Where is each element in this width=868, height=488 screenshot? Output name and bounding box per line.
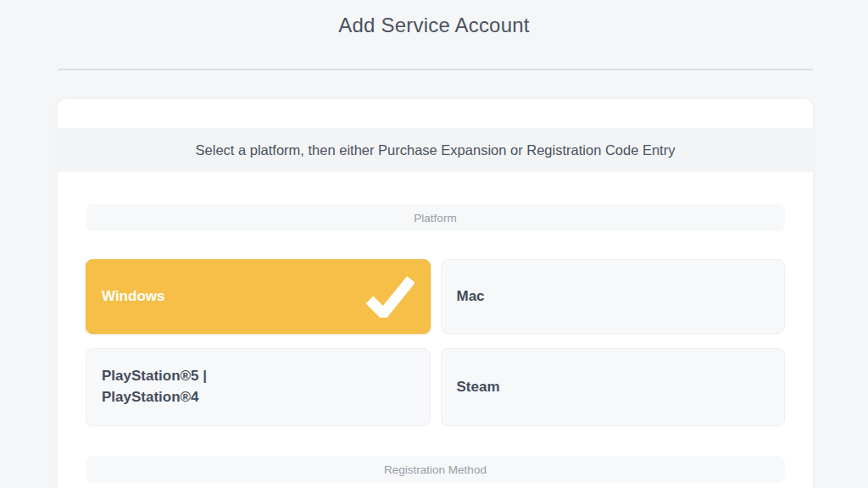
platform-button-mac[interactable]: Mac [441, 259, 786, 334]
add-service-account-page: Add Service Account Select a platform, t… [0, 0, 868, 488]
platform-button-label: PlayStation®5 | PlayStation®4 [102, 366, 284, 408]
platform-button-label: Steam [457, 377, 500, 398]
instruction-text: Select a platform, then either Purchase … [58, 128, 813, 172]
service-account-card: Select a platform, then either Purchase … [58, 99, 813, 488]
registration-method-section-header: Registration Method [86, 456, 785, 483]
platform-button-windows[interactable]: Windows [86, 259, 431, 334]
platform-button-label: Windows [102, 286, 164, 308]
page-title: Add Service Account [0, 14, 868, 37]
title-divider [58, 69, 813, 70]
platform-section-header: Platform [86, 204, 785, 231]
platform-grid: Windows Mac PlayStation®5 | PlayStation®… [86, 259, 785, 426]
check-icon [365, 275, 415, 318]
platform-button-label: Mac [457, 286, 485, 308]
platform-button-playstation[interactable]: PlayStation®5 | PlayStation®4 [86, 348, 431, 426]
platform-button-steam[interactable]: Steam [441, 348, 786, 426]
